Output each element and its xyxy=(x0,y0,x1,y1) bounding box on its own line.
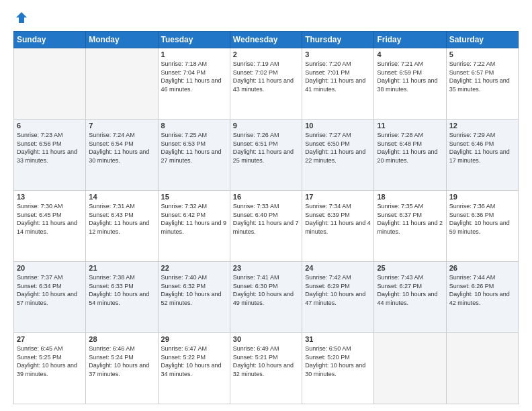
svg-marker-0 xyxy=(16,12,27,23)
day-info: Sunrise: 6:45 AMSunset: 5:25 PMDaylight:… xyxy=(17,345,83,378)
logo xyxy=(13,11,28,24)
day-number: 18 xyxy=(377,193,443,201)
day-info: Sunrise: 6:50 AMSunset: 5:20 PMDaylight:… xyxy=(305,345,371,378)
day-info: Sunrise: 7:37 AMSunset: 6:34 PMDaylight:… xyxy=(17,273,83,307)
calendar-day-cell: 12Sunrise: 7:29 AMSunset: 6:46 PMDayligh… xyxy=(446,120,518,191)
header xyxy=(13,11,519,24)
day-info: Sunrise: 6:46 AMSunset: 5:24 PMDaylight:… xyxy=(89,345,154,378)
day-number: 4 xyxy=(377,50,443,58)
calendar-day-cell: 14Sunrise: 7:31 AMSunset: 6:43 PMDayligh… xyxy=(86,191,158,262)
logo-icon xyxy=(15,11,28,24)
day-info: Sunrise: 7:26 AMSunset: 6:51 PMDaylight:… xyxy=(233,131,299,165)
day-info: Sunrise: 7:28 AMSunset: 6:48 PMDaylight:… xyxy=(377,131,443,165)
calendar-day-cell: 16Sunrise: 7:33 AMSunset: 6:40 PMDayligh… xyxy=(230,191,302,262)
day-info: Sunrise: 7:19 AMSunset: 7:02 PMDaylight:… xyxy=(233,60,299,93)
calendar-day-cell: 20Sunrise: 7:37 AMSunset: 6:34 PMDayligh… xyxy=(14,262,86,333)
calendar-day-cell xyxy=(446,333,518,404)
day-number: 17 xyxy=(305,193,371,201)
calendar-day-cell: 5Sunrise: 7:22 AMSunset: 6:57 PMDaylight… xyxy=(446,48,518,120)
day-number: 6 xyxy=(17,122,83,130)
day-info: Sunrise: 7:33 AMSunset: 6:40 PMDaylight:… xyxy=(233,202,299,236)
day-number: 1 xyxy=(161,50,227,58)
day-number: 27 xyxy=(17,335,83,343)
day-info: Sunrise: 6:47 AMSunset: 5:22 PMDaylight:… xyxy=(161,345,227,378)
calendar-day-cell: 27Sunrise: 6:45 AMSunset: 5:25 PMDayligh… xyxy=(14,333,86,404)
day-number: 11 xyxy=(377,122,443,130)
day-number: 29 xyxy=(161,335,227,343)
calendar-day-cell: 31Sunrise: 6:50 AMSunset: 5:20 PMDayligh… xyxy=(302,333,374,404)
calendar-day-cell: 23Sunrise: 7:41 AMSunset: 6:30 PMDayligh… xyxy=(230,262,302,333)
day-info: Sunrise: 7:42 AMSunset: 6:29 PMDaylight:… xyxy=(305,273,371,307)
day-header-sunday: Sunday xyxy=(14,32,86,48)
day-info: Sunrise: 7:32 AMSunset: 6:42 PMDaylight:… xyxy=(161,202,227,236)
day-number: 31 xyxy=(305,335,371,343)
day-info: Sunrise: 7:21 AMSunset: 6:59 PMDaylight:… xyxy=(377,60,443,93)
day-number: 16 xyxy=(233,193,299,201)
day-number: 5 xyxy=(449,50,515,58)
calendar-table: SundayMondayTuesdayWednesdayThursdayFrid… xyxy=(13,31,519,404)
calendar-day-cell xyxy=(86,48,158,120)
calendar-day-cell: 9Sunrise: 7:26 AMSunset: 6:51 PMDaylight… xyxy=(230,120,302,191)
calendar-day-cell: 17Sunrise: 7:34 AMSunset: 6:39 PMDayligh… xyxy=(302,191,374,262)
day-info: Sunrise: 7:18 AMSunset: 7:04 PMDaylight:… xyxy=(161,60,227,93)
day-info: Sunrise: 7:31 AMSunset: 6:43 PMDaylight:… xyxy=(89,202,154,236)
day-info: Sunrise: 7:27 AMSunset: 6:50 PMDaylight:… xyxy=(305,131,371,165)
day-number: 14 xyxy=(89,193,154,201)
day-number: 8 xyxy=(161,122,227,130)
day-header-wednesday: Wednesday xyxy=(230,32,302,48)
day-info: Sunrise: 7:38 AMSunset: 6:33 PMDaylight:… xyxy=(89,273,154,307)
day-info: Sunrise: 7:43 AMSunset: 6:27 PMDaylight:… xyxy=(377,273,443,307)
page: SundayMondayTuesdayWednesdayThursdayFrid… xyxy=(0,0,532,411)
day-header-friday: Friday xyxy=(374,32,446,48)
day-number: 30 xyxy=(233,335,299,343)
day-header-monday: Monday xyxy=(86,32,158,48)
day-info: Sunrise: 7:36 AMSunset: 6:36 PMDaylight:… xyxy=(449,202,515,236)
calendar-day-cell: 28Sunrise: 6:46 AMSunset: 5:24 PMDayligh… xyxy=(86,333,158,404)
day-number: 19 xyxy=(449,193,515,201)
day-info: Sunrise: 7:25 AMSunset: 6:53 PMDaylight:… xyxy=(161,131,227,165)
calendar-day-cell: 2Sunrise: 7:19 AMSunset: 7:02 PMDaylight… xyxy=(230,48,302,120)
calendar-week-row: 6Sunrise: 7:23 AMSunset: 6:56 PMDaylight… xyxy=(14,120,519,191)
day-info: Sunrise: 7:41 AMSunset: 6:30 PMDaylight:… xyxy=(233,273,299,307)
calendar-day-cell: 8Sunrise: 7:25 AMSunset: 6:53 PMDaylight… xyxy=(158,120,230,191)
day-info: Sunrise: 7:40 AMSunset: 6:32 PMDaylight:… xyxy=(161,273,227,307)
calendar-day-cell: 24Sunrise: 7:42 AMSunset: 6:29 PMDayligh… xyxy=(302,262,374,333)
day-header-saturday: Saturday xyxy=(446,32,518,48)
day-number: 24 xyxy=(305,264,371,272)
calendar-week-row: 13Sunrise: 7:30 AMSunset: 6:45 PMDayligh… xyxy=(14,191,519,262)
day-number: 20 xyxy=(17,264,83,272)
calendar-day-cell xyxy=(14,48,86,120)
calendar-day-cell: 10Sunrise: 7:27 AMSunset: 6:50 PMDayligh… xyxy=(302,120,374,191)
day-number: 12 xyxy=(449,122,515,130)
calendar-week-row: 1Sunrise: 7:18 AMSunset: 7:04 PMDaylight… xyxy=(14,48,519,120)
day-number: 13 xyxy=(17,193,83,201)
calendar-day-cell: 30Sunrise: 6:49 AMSunset: 5:21 PMDayligh… xyxy=(230,333,302,404)
day-info: Sunrise: 7:24 AMSunset: 6:54 PMDaylight:… xyxy=(89,131,154,165)
day-info: Sunrise: 7:44 AMSunset: 6:26 PMDaylight:… xyxy=(449,273,515,307)
calendar-day-cell: 13Sunrise: 7:30 AMSunset: 6:45 PMDayligh… xyxy=(14,191,86,262)
calendar-day-cell: 1Sunrise: 7:18 AMSunset: 7:04 PMDaylight… xyxy=(158,48,230,120)
calendar-day-cell: 6Sunrise: 7:23 AMSunset: 6:56 PMDaylight… xyxy=(14,120,86,191)
day-info: Sunrise: 6:49 AMSunset: 5:21 PMDaylight:… xyxy=(233,345,299,378)
day-number: 2 xyxy=(233,50,299,58)
day-number: 3 xyxy=(305,50,371,58)
calendar-header-row: SundayMondayTuesdayWednesdayThursdayFrid… xyxy=(14,32,519,48)
day-number: 22 xyxy=(161,264,227,272)
calendar-day-cell: 22Sunrise: 7:40 AMSunset: 6:32 PMDayligh… xyxy=(158,262,230,333)
day-info: Sunrise: 7:30 AMSunset: 6:45 PMDaylight:… xyxy=(17,202,83,236)
day-info: Sunrise: 7:29 AMSunset: 6:46 PMDaylight:… xyxy=(449,131,515,165)
calendar-day-cell: 19Sunrise: 7:36 AMSunset: 6:36 PMDayligh… xyxy=(446,191,518,262)
calendar-day-cell: 21Sunrise: 7:38 AMSunset: 6:33 PMDayligh… xyxy=(86,262,158,333)
calendar-day-cell: 25Sunrise: 7:43 AMSunset: 6:27 PMDayligh… xyxy=(374,262,446,333)
day-info: Sunrise: 7:22 AMSunset: 6:57 PMDaylight:… xyxy=(449,60,515,93)
calendar-day-cell: 4Sunrise: 7:21 AMSunset: 6:59 PMDaylight… xyxy=(374,48,446,120)
calendar-day-cell: 3Sunrise: 7:20 AMSunset: 7:01 PMDaylight… xyxy=(302,48,374,120)
day-info: Sunrise: 7:34 AMSunset: 6:39 PMDaylight:… xyxy=(305,202,371,236)
calendar-day-cell: 26Sunrise: 7:44 AMSunset: 6:26 PMDayligh… xyxy=(446,262,518,333)
calendar-week-row: 27Sunrise: 6:45 AMSunset: 5:25 PMDayligh… xyxy=(14,333,519,404)
calendar-day-cell: 18Sunrise: 7:35 AMSunset: 6:37 PMDayligh… xyxy=(374,191,446,262)
day-header-thursday: Thursday xyxy=(302,32,374,48)
day-number: 23 xyxy=(233,264,299,272)
day-number: 26 xyxy=(449,264,515,272)
day-info: Sunrise: 7:23 AMSunset: 6:56 PMDaylight:… xyxy=(17,131,83,165)
